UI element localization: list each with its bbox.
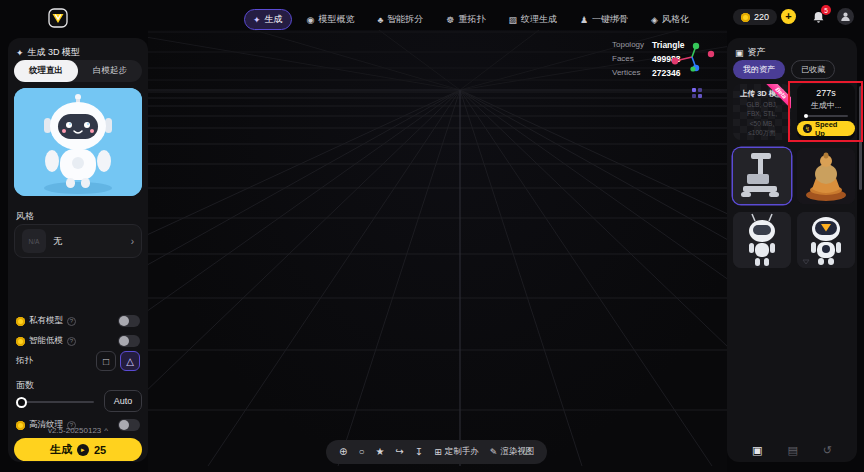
asset-thumbnail-selected[interactable] bbox=[733, 148, 791, 204]
generation-progress-bar bbox=[804, 115, 848, 117]
smart-lowpoly-row: 智能低模 ? bbox=[16, 334, 140, 348]
notification-badge: 5 bbox=[821, 5, 831, 15]
wireframe-grid-icon[interactable] bbox=[692, 88, 703, 99]
nav-label: 生成 bbox=[265, 13, 283, 26]
model-version-selector[interactable]: v2.5-20250123 ^ bbox=[8, 426, 148, 435]
help-icon[interactable]: ? bbox=[67, 317, 76, 326]
app-logo-icon[interactable] bbox=[48, 8, 68, 28]
cost-coin-icon: ▸ bbox=[77, 444, 89, 456]
axis-gizmo-icon[interactable] bbox=[670, 40, 716, 76]
style-selector[interactable]: N/A 无 › bbox=[14, 224, 142, 258]
option-label: 私有模型 bbox=[29, 315, 63, 327]
nav-label: 风格化 bbox=[662, 13, 689, 26]
tab-white-model[interactable]: 白模起步 bbox=[78, 60, 142, 82]
download-icon[interactable]: ↧ bbox=[415, 447, 423, 457]
slider-knob[interactable] bbox=[16, 397, 27, 408]
sparkle-icon: ✦ bbox=[253, 15, 261, 25]
generate-label: 生成 bbox=[50, 442, 72, 457]
topology-triangle-button[interactable]: △ bbox=[120, 351, 140, 371]
3d-viewport[interactable]: Topology Triangle Faces 499988 Vertices … bbox=[148, 30, 727, 472]
style-label: 风格 bbox=[16, 210, 34, 223]
credits-balance[interactable]: 220 bbox=[733, 9, 777, 25]
add-credits-button[interactable]: + bbox=[781, 9, 796, 24]
nav-tab-stylize[interactable]: ◈ 风格化 bbox=[643, 10, 697, 29]
generate-button[interactable]: 生成 ▸ 25 bbox=[14, 438, 142, 461]
nav-tab-model-overview[interactable]: ◉ 模型概览 bbox=[299, 10, 363, 29]
panel-title: ✦ 生成 3D 模型 bbox=[16, 46, 80, 59]
face-count-label: 面数 bbox=[16, 379, 34, 392]
tab-my-assets[interactable]: 我的资产 bbox=[733, 60, 785, 79]
share-icon[interactable]: ↪ bbox=[395, 447, 403, 457]
face-count-slider[interactable] bbox=[18, 401, 94, 403]
asset-thumbnail-robot-antenna[interactable] bbox=[733, 212, 791, 268]
buddha-model-image bbox=[797, 148, 855, 204]
user-avatar[interactable] bbox=[837, 8, 854, 25]
nav-tab-texture-generation[interactable]: ▨ 纹理生成 bbox=[500, 10, 565, 29]
render-view-button[interactable]: ✎ 渲染视图 bbox=[490, 446, 535, 458]
asset-thumbnail-buddha[interactable] bbox=[797, 148, 855, 204]
nav-tab-smart-split[interactable]: ♣ 智能拆分 bbox=[369, 10, 431, 29]
stat-label: Vertices bbox=[612, 68, 652, 78]
input-image-preview[interactable] bbox=[14, 88, 142, 196]
option-label: 智能低模 bbox=[29, 335, 63, 347]
help-icon[interactable]: ? bbox=[67, 337, 76, 346]
topology-label: 拓扑 bbox=[16, 355, 33, 367]
assets-title: ▣ 资产 bbox=[735, 46, 766, 59]
robot-model-image bbox=[733, 212, 791, 268]
topology-row: 拓扑 □ △ bbox=[16, 354, 140, 368]
generating-task-card[interactable]: 277s 生成中... ↯ Speed Up bbox=[797, 84, 855, 140]
assets-tabs: 我的资产 已收藏 bbox=[733, 60, 835, 79]
assets-box-icon: ▣ bbox=[735, 48, 744, 58]
favorite-star-icon[interactable]: ★ bbox=[375, 447, 384, 457]
nav-label: 模型概览 bbox=[318, 13, 354, 26]
nav-tab-retopology[interactable]: ☸ 重拓扑 bbox=[438, 10, 493, 29]
orbit-icon[interactable]: ○ bbox=[358, 447, 364, 457]
pen-icon: ✎ bbox=[490, 447, 498, 457]
assets-bottom-bar: ▣ ▤ ↺ bbox=[727, 445, 857, 456]
generation-status: 生成中... bbox=[811, 100, 842, 111]
layers-icon[interactable]: ▤ bbox=[787, 445, 797, 456]
main-nav: ✦ 生成 ◉ 模型概览 ♣ 智能拆分 ☸ 重拓扑 ▨ 纹理生成 ♟ 一键绑骨 bbox=[244, 9, 697, 30]
gift-box-icon: ⊞ bbox=[434, 447, 442, 457]
credits-count: 220 bbox=[754, 12, 769, 22]
model-overview-icon: ◉ bbox=[307, 15, 315, 25]
history-icon[interactable]: ↺ bbox=[823, 445, 832, 456]
upload-formats: GLB, OBJ, FBX, STL, <50 MB, ≤100万面 bbox=[746, 100, 777, 136]
stat-label: Topology bbox=[612, 40, 652, 50]
custom-figurine-button[interactable]: ⊞ 定制手办 bbox=[434, 446, 479, 458]
tab-favorites[interactable]: 已收藏 bbox=[791, 60, 835, 79]
smart-lowpoly-toggle[interactable] bbox=[118, 335, 140, 347]
generation-timer: 277s bbox=[816, 88, 836, 98]
top-bar: ✦ 生成 ◉ 模型概览 ♣ 智能拆分 ☸ 重拓扑 ▨ 纹理生成 ♟ 一键绑骨 bbox=[0, 0, 864, 32]
topology-quad-button[interactable]: □ bbox=[96, 351, 116, 371]
asset-thumbnail-robot-visor[interactable] bbox=[797, 212, 855, 268]
nav-tab-auto-rig[interactable]: ♟ 一键绑骨 bbox=[572, 10, 636, 29]
notifications-button[interactable]: 5 bbox=[811, 10, 826, 25]
tab-texture-direct[interactable]: 纹理直出 bbox=[14, 60, 78, 82]
auto-faces-button[interactable]: Auto bbox=[104, 390, 142, 412]
chevron-up-icon: ^ bbox=[104, 426, 108, 435]
assets-scrollbar[interactable] bbox=[859, 86, 862, 190]
nav-label: 重拓扑 bbox=[458, 13, 485, 26]
coin-icon bbox=[741, 13, 750, 22]
nav-label: 纹理生成 bbox=[521, 13, 557, 26]
coin-icon bbox=[16, 337, 25, 346]
smart-split-icon: ♣ bbox=[377, 15, 383, 25]
chevron-right-icon: › bbox=[131, 236, 134, 247]
models-view-icon[interactable]: ▣ bbox=[752, 445, 762, 456]
stat-label: Faces bbox=[612, 54, 652, 64]
private-model-row: 私有模型 ? bbox=[16, 314, 140, 328]
machine-model-image bbox=[733, 148, 791, 204]
mode-tabs: 纹理直出 白模起步 bbox=[14, 60, 142, 82]
coin-icon bbox=[16, 317, 25, 326]
lightning-icon: ↯ bbox=[803, 124, 812, 133]
upload-model-card[interactable]: 上传 3D 模型 GLB, OBJ, FBX, STL, <50 MB, ≤10… bbox=[733, 84, 791, 140]
robot-v-model-image bbox=[797, 212, 855, 268]
nav-tab-generate[interactable]: ✦ 生成 bbox=[244, 9, 292, 30]
robot-image bbox=[14, 88, 142, 196]
texture-generation-icon: ▨ bbox=[508, 15, 517, 25]
private-model-toggle[interactable] bbox=[118, 315, 140, 327]
generation-settings-panel: ✦ 生成 3D 模型 纹理直出 白模起步 bbox=[8, 38, 148, 462]
focus-icon[interactable]: ⊕ bbox=[339, 447, 347, 457]
speed-up-button[interactable]: ↯ Speed Up bbox=[797, 121, 855, 136]
